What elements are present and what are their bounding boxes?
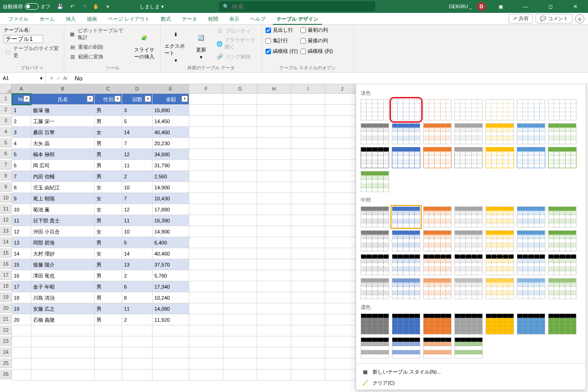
empty-cell[interactable] <box>325 303 359 314</box>
col-header[interactable]: B <box>31 84 95 94</box>
dedupe-button[interactable]: ▤重複の削除 <box>68 43 129 51</box>
document-name[interactable]: しましま ▾ <box>140 3 164 10</box>
search-box[interactable]: 🔍 <box>219 1 375 11</box>
comment-button[interactable]: 💬コメント <box>536 14 572 23</box>
empty-cell[interactable] <box>291 127 325 138</box>
empty-cell[interactable] <box>189 336 223 347</box>
style-swatch[interactable] <box>454 230 483 251</box>
empty-cell[interactable] <box>223 105 257 116</box>
empty-cell[interactable] <box>122 336 153 347</box>
row-header[interactable]: 18 <box>0 281 12 291</box>
data-cell[interactable]: 6,400 <box>153 237 189 248</box>
refresh-button[interactable]: 🔄更新▾ <box>190 27 212 64</box>
opt-last-col[interactable]: 最後の列 <box>300 37 333 44</box>
data-cell[interactable]: 日下部 貴士 <box>31 215 95 226</box>
data-cell[interactable]: 3 <box>12 127 31 138</box>
data-cell[interactable]: 金子 年昭 <box>31 281 95 292</box>
style-swatch[interactable] <box>454 123 483 144</box>
tab-データ[interactable]: データ <box>177 14 202 24</box>
empty-cell[interactable] <box>257 336 291 347</box>
empty-cell[interactable] <box>325 369 359 381</box>
data-cell[interactable]: 男 <box>95 160 122 171</box>
export-button[interactable]: ⬇エクスポート▾ <box>164 27 187 64</box>
data-cell[interactable]: 11,920 <box>153 314 189 325</box>
share-button[interactable]: ↗共有 <box>509 14 533 23</box>
style-swatch[interactable] <box>423 337 452 358</box>
row-header[interactable]: 24 <box>0 347 12 357</box>
opt-total-row[interactable]: 集計行 <box>266 37 298 44</box>
data-cell[interactable]: 7 <box>12 171 31 182</box>
opt-first-col[interactable]: 最初の列 <box>300 27 333 34</box>
data-cell[interactable]: 7 <box>122 138 153 149</box>
qat-more-icon[interactable]: ▾ <box>104 2 112 11</box>
data-cell[interactable]: 男 <box>95 138 122 149</box>
style-swatch[interactable] <box>361 254 389 275</box>
col-header[interactable]: G <box>223 84 257 94</box>
data-cell[interactable]: 石橋 義隆 <box>31 314 95 325</box>
empty-cell[interactable] <box>325 358 359 369</box>
empty-cell[interactable] <box>291 215 325 226</box>
empty-cell[interactable] <box>325 193 359 204</box>
data-cell[interactable]: 大矢 晶 <box>31 138 95 149</box>
convert-range-button[interactable]: ▥範囲に変換 <box>68 52 129 61</box>
table-header-cell[interactable]: No▾ <box>12 94 31 105</box>
style-swatch[interactable] <box>423 278 452 299</box>
empty-cell[interactable] <box>223 171 257 182</box>
data-cell[interactable]: 後藤 陽介 <box>31 259 95 270</box>
tab-ヘルプ[interactable]: ヘルプ <box>246 14 270 24</box>
empty-cell[interactable] <box>223 204 257 215</box>
data-cell[interactable]: 37,570 <box>153 259 189 270</box>
tab-挿入[interactable]: 挿入 <box>61 14 80 24</box>
row-header[interactable]: 22 <box>0 325 12 335</box>
data-cell[interactable]: 飯塚 徹 <box>31 105 95 116</box>
style-swatch[interactable] <box>361 147 389 168</box>
data-cell[interactable]: 沖田 小百合 <box>31 226 95 237</box>
data-cell[interactable]: 11 <box>122 160 153 171</box>
empty-cell[interactable] <box>223 215 257 226</box>
empty-cell[interactable] <box>153 358 189 369</box>
data-cell[interactable]: 女 <box>95 182 122 193</box>
save-icon[interactable]: 💾 <box>56 2 64 11</box>
empty-cell[interactable] <box>257 127 291 138</box>
data-cell[interactable]: 14,900 <box>153 226 189 237</box>
empty-cell[interactable] <box>291 171 325 182</box>
empty-cell[interactable] <box>257 193 291 204</box>
data-cell[interactable]: 6 <box>122 281 153 292</box>
data-cell[interactable]: 川島 清治 <box>31 292 95 303</box>
col-header[interactable]: I <box>291 84 325 94</box>
empty-cell[interactable] <box>325 314 359 325</box>
tab-描画[interactable]: 描画 <box>82 14 102 24</box>
data-cell[interactable]: 女 <box>95 204 122 215</box>
style-swatch[interactable] <box>361 206 389 227</box>
filter-dropdown-icon[interactable]: ▾ <box>114 96 121 102</box>
data-cell[interactable]: 8 <box>122 292 153 303</box>
empty-cell[interactable] <box>189 138 223 149</box>
empty-cell[interactable] <box>31 347 95 358</box>
empty-cell[interactable] <box>325 127 359 138</box>
data-cell[interactable]: 9 <box>12 193 31 204</box>
style-swatch[interactable] <box>548 147 577 168</box>
data-cell[interactable]: 19 <box>12 303 31 314</box>
data-cell[interactable]: 大村 理紗 <box>31 248 95 259</box>
empty-cell[interactable] <box>223 270 257 281</box>
row-header[interactable]: 23 <box>0 336 12 346</box>
empty-cell[interactable] <box>31 358 95 369</box>
style-swatch[interactable] <box>392 230 420 251</box>
col-header[interactable]: J <box>325 84 359 94</box>
empty-cell[interactable] <box>189 248 223 259</box>
empty-cell[interactable] <box>291 347 325 358</box>
empty-cell[interactable] <box>291 226 325 237</box>
empty-cell[interactable] <box>223 160 257 171</box>
data-cell[interactable]: 5,780 <box>153 270 189 281</box>
empty-cell[interactable] <box>257 281 291 292</box>
row-header[interactable]: 21 <box>0 314 12 324</box>
data-cell[interactable]: 15,890 <box>153 105 189 116</box>
style-swatch[interactable] <box>454 337 483 358</box>
empty-cell[interactable] <box>95 336 122 347</box>
data-cell[interactable]: 7 <box>122 193 153 204</box>
table-header-cell[interactable]: 性別▾ <box>95 94 122 105</box>
data-cell[interactable]: 男 <box>95 105 122 116</box>
col-header[interactable]: A <box>12 84 31 94</box>
pivot-button[interactable]: ▦ピボットテーブルで集計 <box>68 27 129 41</box>
name-box[interactable]: A1▾ <box>0 73 46 84</box>
